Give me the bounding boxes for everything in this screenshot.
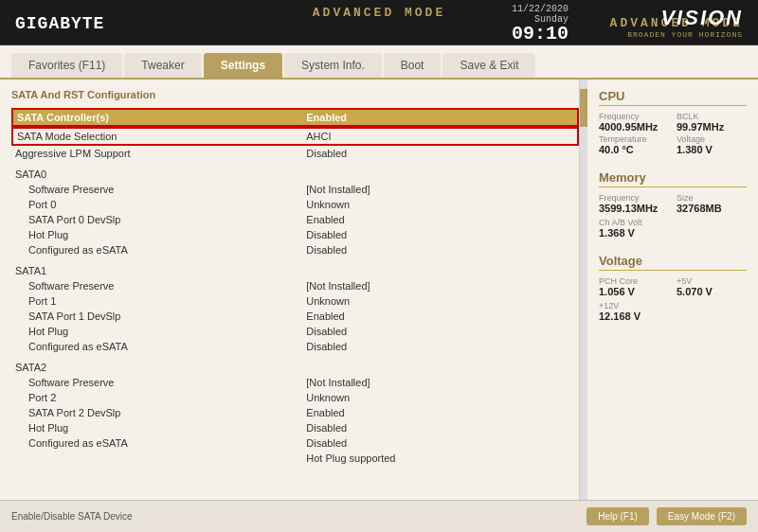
setting-sw-preserve-1[interactable]: Software Preserve [Not Installed]: [11, 278, 579, 293]
setting-port2-devslp[interactable]: SATA Port 2 DevSlp Enabled: [11, 405, 579, 420]
sw-preserve-1-value: [Not Installed]: [306, 280, 575, 292]
sw-preserve-0-value: [Not Installed]: [306, 184, 575, 195]
esata-2-value: Disabled: [306, 437, 575, 449]
memory-info-grid: Frequency 3599.13MHz Size 32768MB: [599, 193, 747, 214]
setting-port0-devslp[interactable]: SATA Port 0 DevSlp Enabled: [11, 212, 579, 227]
mem-ch-label: Ch A/B Volt: [599, 218, 747, 227]
cpu-bclk-label: BCLK: [677, 112, 747, 121]
esata-0-name: Configured as eSATA: [15, 244, 306, 256]
sata2-value: [306, 362, 575, 373]
vision-sub: BROADEN YOUR HORIZONS: [627, 30, 743, 39]
port2-devslp-name: SATA Port 2 DevSlp: [15, 407, 306, 418]
setting-port2[interactable]: Port 2 Unknown: [11, 390, 579, 405]
esata-1-name: Configured as eSATA: [15, 341, 306, 352]
setting-sata2: SATA2: [11, 360, 579, 375]
time-display: 09:10: [512, 25, 568, 44]
port1-devslp-name: SATA Port 1 DevSlp: [15, 310, 306, 322]
cpu-section-title: CPU: [599, 89, 747, 106]
mem-size-label: Size: [677, 193, 747, 203]
cpu-temp-value: 40.0 °C: [599, 144, 669, 155]
port1-name: Port 1: [15, 295, 306, 307]
tab-favorites[interactable]: Favorites (F11): [11, 53, 122, 78]
p5v-value: 5.070 V: [677, 286, 747, 297]
setting-hotplug-0[interactable]: Hot Plug Disabled: [11, 227, 579, 242]
setting-value-sata-mode: AHCI: [306, 131, 573, 142]
setting-port1[interactable]: Port 1 Unknown: [11, 293, 579, 309]
port0-value: Unknown: [306, 199, 575, 210]
sata0-value: [306, 168, 575, 180]
setting-name-aggressive-lpm: Aggressive LPM Support: [15, 148, 306, 159]
tab-sysinfo[interactable]: System Info.: [284, 53, 382, 78]
setting-sata-mode[interactable]: SATA Mode Selection AHCI: [11, 127, 579, 146]
vision-logo: VISION BROADEN YOUR HORIZONS: [627, 6, 743, 39]
hotplug-0-value: Disabled: [306, 229, 575, 240]
memory-section-title: Memory: [599, 170, 747, 187]
cpu-volt-value: 1.380 V: [677, 144, 747, 155]
section-title: SATA And RST Configuration: [11, 89, 579, 100]
setting-sw-preserve-2[interactable]: Software Preserve [Not Installed]: [11, 375, 579, 390]
hotplug-2-value: Disabled: [306, 422, 575, 434]
easy-mode-button[interactable]: Easy Mode (F2): [657, 507, 747, 525]
voltage-section: Voltage PCH Core 1.056 V +5V 5.070 V +12…: [599, 254, 747, 322]
scroll-thumb[interactable]: [580, 89, 587, 127]
setting-sw-preserve-0[interactable]: Software Preserve [Not Installed]: [11, 182, 579, 197]
p12v-value: 12.168 V: [599, 310, 747, 322]
mem-ch-value: 1.368 V: [599, 227, 747, 239]
esata-2-name: Configured as eSATA: [15, 437, 306, 449]
left-panel: SATA And RST Configuration SATA Controll…: [0, 80, 580, 500]
sw-preserve-2-name: Software Preserve: [15, 377, 306, 388]
hotplug-sup-2-name: [15, 452, 306, 464]
hotplug-2-name: Hot Plug: [15, 422, 306, 434]
port2-value: Unknown: [306, 392, 575, 403]
setting-esata-0[interactable]: Configured as eSATA Disabled: [11, 242, 579, 257]
setting-sata-controllers[interactable]: SATA Controller(s) Enabled: [11, 108, 579, 127]
esata-0-value: Disabled: [306, 244, 575, 256]
setting-esata-1[interactable]: Configured as eSATA Disabled: [11, 339, 579, 354]
tab-boot[interactable]: Boot: [384, 53, 442, 78]
setting-sata0: SATA0: [11, 167, 579, 182]
main-content: SATA And RST Configuration SATA Controll…: [0, 80, 758, 500]
scrollbar[interactable]: [580, 80, 587, 500]
hotplug-sup-2-value: Hot Plug supported: [306, 452, 575, 464]
sata1-label: SATA1: [15, 265, 306, 276]
setting-sata1: SATA1: [11, 263, 579, 278]
vision-text: VISION: [627, 6, 743, 30]
hotplug-0-name: Hot Plug: [15, 229, 306, 240]
port2-name: Port 2: [15, 392, 306, 403]
sw-preserve-0-name: Software Preserve: [15, 184, 306, 195]
pch-value: 1.056 V: [599, 286, 669, 297]
hotplug-1-name: Hot Plug: [15, 326, 306, 337]
setting-aggressive-lpm[interactable]: Aggressive LPM Support Disabled: [11, 146, 579, 161]
setting-hotplug-1[interactable]: Hot Plug Disabled: [11, 324, 579, 339]
gigabyte-logo: GIGABYTE: [15, 14, 104, 33]
setting-value-aggressive-lpm: Disabled: [306, 148, 575, 159]
cpu-freq-label: Frequency: [599, 112, 669, 121]
setting-port0[interactable]: Port 0 Unknown: [11, 197, 579, 212]
mem-freq-label: Frequency: [599, 193, 669, 203]
help-button[interactable]: Help (F1): [587, 507, 649, 525]
sata0-label: SATA0: [15, 168, 306, 180]
tab-tweaker[interactable]: Tweaker: [124, 53, 201, 78]
sw-preserve-2-value: [Not Installed]: [306, 377, 575, 388]
cpu-temp-label: Temperature: [599, 134, 669, 144]
port2-devslp-value: Enabled: [306, 407, 575, 418]
setting-hotplug-supported-2: Hot Plug supported: [11, 451, 579, 466]
port1-value: Unknown: [306, 295, 575, 307]
bottom-buttons: Help (F1) Easy Mode (F2): [587, 507, 747, 525]
nav-tabs: Favorites (F11) Tweaker Settings System …: [0, 45, 758, 80]
port0-devslp-value: Enabled: [306, 214, 575, 225]
p12v-label: +12V: [599, 301, 747, 310]
settings-table: SATA Controller(s) Enabled SATA Mode Sel…: [11, 108, 579, 466]
tab-settings[interactable]: Settings: [204, 53, 282, 78]
setting-port1-devslp[interactable]: SATA Port 1 DevSlp Enabled: [11, 309, 579, 324]
port1-devslp-value: Enabled: [306, 310, 575, 322]
bottom-hint: Enable/Disable SATA Device: [11, 511, 132, 522]
mem-freq-value: 3599.13MHz: [599, 203, 669, 214]
mode-title-2: ADVANCED MODE: [313, 6, 445, 20]
bottom-bar: Enable/Disable SATA Device Help (F1) Eas…: [0, 500, 758, 532]
memory-section: Memory Frequency 3599.13MHz Size 32768MB…: [599, 170, 747, 239]
setting-name-sata-mode: SATA Mode Selection: [17, 131, 306, 142]
tab-save-exit[interactable]: Save & Exit: [442, 53, 535, 78]
setting-hotplug-2[interactable]: Hot Plug Disabled: [11, 420, 579, 435]
setting-esata-2[interactable]: Configured as eSATA Disabled: [11, 435, 579, 451]
